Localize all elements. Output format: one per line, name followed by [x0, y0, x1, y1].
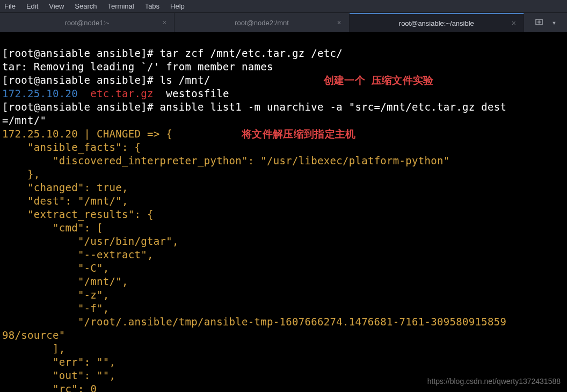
tab-node2[interactable]: root@node2:/mnt ×	[175, 13, 349, 32]
json-key: "dest"	[27, 195, 65, 207]
json-key: "cmd"	[53, 222, 84, 234]
menu-tabs[interactable]: Tabs	[145, 2, 159, 10]
json-key: "out"	[53, 369, 84, 381]
menu-view[interactable]: View	[49, 2, 64, 10]
json-punct: ,	[103, 289, 110, 301]
json-punct: ,	[122, 195, 128, 207]
json-value: ""	[97, 369, 109, 381]
json-punct: : {	[122, 141, 141, 153]
json-punct: : {	[135, 208, 154, 220]
prompt: [root@ansiable ansible]#	[2, 47, 159, 59]
json-key: "discovered_interpreter_python"	[53, 155, 248, 166]
annotation: 将文件解压缩到指定主机	[242, 128, 355, 140]
json-punct: ,	[122, 275, 128, 287]
tab-label: root@node1:~	[65, 19, 110, 27]
ip-address: 172.25.10.20	[2, 128, 78, 140]
json-punct: ,	[172, 235, 179, 247]
menu-file[interactable]: File	[4, 2, 16, 10]
json-punct: ,	[103, 302, 110, 314]
command: ansible list1 -m unarchive -a	[159, 101, 348, 113]
json-punct: :	[84, 356, 97, 368]
json-value: "-f"	[78, 302, 103, 314]
tab-actions: ▾	[524, 13, 567, 32]
json-key: "changed"	[27, 182, 84, 193]
json-value: "/usr/libexec/platform-python"	[260, 155, 449, 166]
filename: westosfile	[166, 88, 229, 99]
json-value: "/root/.ansible/tmp/ansible-tmp-16076662…	[78, 316, 506, 328]
command-arg: "src=/mnt/etc.tar.gz dest	[349, 101, 506, 113]
close-icon[interactable]: ×	[512, 19, 516, 27]
json-key: "err"	[53, 356, 84, 368]
annotation: 创建一个 压缩文件实验	[324, 74, 434, 86]
json-punct: ],	[53, 343, 65, 354]
tab-label: root@ansiable:~/ansible	[399, 19, 474, 27]
chevron-down-icon[interactable]: ▾	[552, 18, 556, 27]
json-key: "rc"	[53, 383, 78, 392]
json-value: "/mnt/"	[78, 275, 122, 287]
json-punct: :	[84, 369, 97, 381]
json-value: "/mnt/"	[78, 195, 122, 207]
status: | CHANGED => {	[78, 128, 172, 140]
terminal-output[interactable]: [root@ansiable ansible]# tar zcf /mnt/et…	[0, 32, 567, 392]
menu-help[interactable]: Help	[170, 2, 185, 10]
tar-filename: etc.tar.gz	[90, 88, 153, 99]
close-icon[interactable]: ×	[337, 18, 341, 27]
menubar: File Edit View Search Terminal Tabs Help	[0, 0, 567, 13]
json-punct: : [	[84, 222, 103, 234]
json-punct: ,	[147, 249, 154, 260]
json-punct: :	[84, 182, 97, 193]
command: tar zcf /mnt/etc.tar.gz /etc/	[159, 47, 342, 59]
ip-address: 172.25.10.20	[2, 88, 78, 99]
json-punct: ,	[110, 369, 116, 381]
json-punct: ,	[110, 356, 116, 368]
json-value: true	[97, 182, 122, 193]
json-value: ""	[97, 356, 109, 368]
json-punct: },	[27, 168, 40, 180]
menu-terminal[interactable]: Terminal	[108, 2, 134, 10]
json-value: "-z"	[78, 289, 103, 301]
close-icon[interactable]: ×	[162, 18, 166, 27]
json-key: "ansible_facts"	[27, 141, 122, 153]
tab-ansible[interactable]: root@ansiable:~/ansible ×	[350, 13, 524, 32]
prompt: [root@ansiable ansible]#	[2, 74, 159, 86]
watermark: https://blog.csdn.net/qwerty1372431588	[427, 377, 561, 386]
command-arg: =/mnt/"	[2, 114, 46, 126]
new-tab-icon[interactable]	[535, 18, 543, 28]
output-line: tar: Removing leading `/' from member na…	[2, 61, 273, 72]
json-punct: :	[78, 383, 90, 392]
menu-search[interactable]: Search	[75, 2, 97, 10]
tab-bar: root@node1:~ × root@node2:/mnt × root@an…	[0, 13, 567, 32]
json-value: 0	[90, 383, 97, 392]
json-value: 98/source"	[2, 329, 65, 341]
json-punct: :	[248, 155, 260, 166]
json-key: "extract_results"	[27, 208, 135, 220]
tab-node1[interactable]: root@node1:~ ×	[0, 13, 175, 32]
json-punct: ,	[103, 262, 110, 274]
prompt: [root@ansiable ansible]#	[2, 101, 159, 113]
json-punct: ,	[122, 182, 128, 193]
tab-label: root@node2:/mnt	[235, 19, 289, 27]
command: ls /mnt/	[159, 74, 210, 86]
json-value: "-C"	[78, 262, 103, 274]
json-punct: :	[65, 195, 77, 207]
json-value: "/usr/bin/gtar"	[78, 235, 172, 247]
json-value: "--extract"	[78, 249, 147, 260]
menu-edit[interactable]: Edit	[26, 2, 38, 10]
